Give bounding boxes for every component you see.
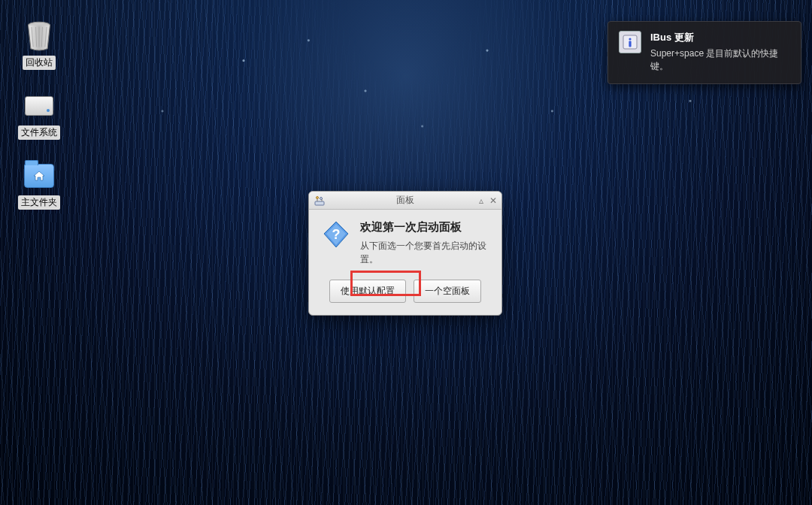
window-maximize-button[interactable]: ▵ (479, 196, 483, 205)
svg-text:?: ? (332, 227, 341, 242)
info-icon (619, 31, 641, 53)
svg-rect-3 (629, 41, 631, 47)
empty-panel-button[interactable]: 一个空面板 (414, 280, 481, 303)
dialog-subtext: 从下面选一个您要首先启动的设置。 (360, 239, 489, 266)
notification-message: Super+space 是目前默认的快捷键。 (650, 47, 790, 73)
drive-icon (24, 91, 54, 121)
dialog-titlebar[interactable]: 面板 ▵ ✕ (309, 192, 501, 210)
annotation-highlight (350, 271, 421, 296)
panel-app-icon (314, 195, 326, 207)
desktop-icon-label: 文件系统 (18, 125, 60, 140)
notification-title: IBus 更新 (650, 31, 790, 44)
notification-body: IBus 更新 Super+space 是目前默认的快捷键。 (650, 31, 790, 73)
svg-point-5 (317, 196, 319, 198)
notification-bubble[interactable]: IBus 更新 Super+space 是目前默认的快捷键。 (607, 21, 801, 84)
dialog-title: 面板 (396, 194, 414, 207)
folder-home-icon (24, 161, 54, 191)
desktop-icon-trash[interactable]: 回收站 (17, 21, 62, 70)
question-icon: ? (321, 220, 351, 250)
dialog-heading: 欢迎第一次启动面板 (360, 220, 489, 234)
desktop-icon-home[interactable]: 主文件夹 (17, 161, 62, 210)
desktop-icon-label: 回收站 (23, 56, 56, 70)
svg-point-2 (629, 38, 631, 40)
desktop-icons-container: 回收站 文件系统 主文件夹 (17, 21, 62, 210)
svg-rect-4 (315, 201, 324, 205)
desktop-icon-filesystem[interactable]: 文件系统 (17, 91, 62, 140)
panel-first-run-dialog: 面板 ▵ ✕ ? 欢迎第一次启动面板 从下面选一个您要首先启动的设置。 使用默认… (308, 191, 502, 316)
desktop-icon-label: 主文件夹 (18, 195, 60, 210)
trash-icon (24, 21, 54, 51)
window-close-button[interactable]: ✕ (489, 196, 497, 205)
